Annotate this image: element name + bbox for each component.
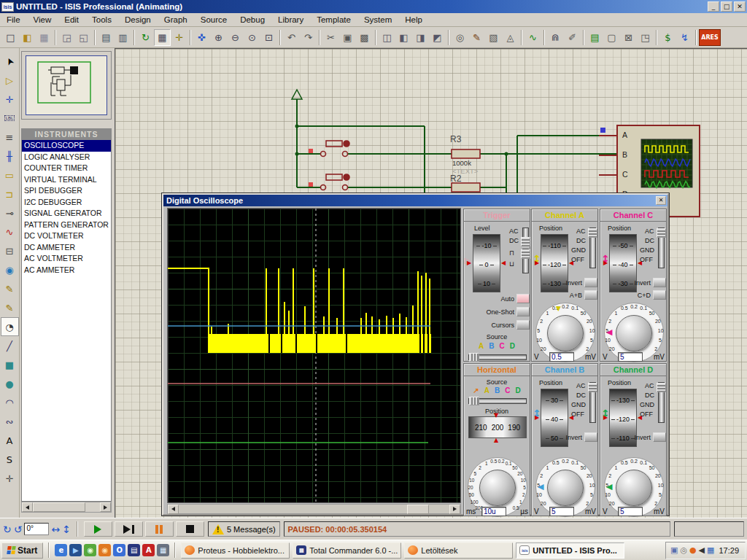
tray-download-icon[interactable]: ● bbox=[689, 545, 697, 555]
trigger-coupling-slider[interactable] bbox=[522, 228, 529, 246]
generator-mode-icon[interactable]: ◉ bbox=[1, 260, 19, 279]
menu-help[interactable]: Help bbox=[398, 14, 429, 26]
packaging-tool-button[interactable]: ▧ bbox=[485, 29, 502, 46]
tray-volume-icon[interactable]: ◀ bbox=[699, 545, 705, 555]
toggle-grid-button[interactable]: ▦ bbox=[154, 29, 171, 46]
cut-button[interactable]: ✂ bbox=[322, 29, 339, 46]
redraw-button[interactable]: ↻ bbox=[137, 29, 154, 46]
path-2d-icon[interactable]: ∾ bbox=[1, 412, 19, 431]
search-components-button[interactable]: ⋒ bbox=[547, 29, 564, 46]
mark-print-region-button[interactable]: ▥ bbox=[115, 29, 131, 46]
remove-sheet-button[interactable]: ⊠ bbox=[620, 29, 637, 46]
c-d-button[interactable] bbox=[653, 290, 666, 300]
quicklaunch-ie-icon[interactable]: e bbox=[55, 544, 67, 556]
line-2d-icon[interactable]: ╱ bbox=[1, 336, 19, 355]
coupling-slider-thumb[interactable] bbox=[657, 228, 666, 238]
goto-sheet-button[interactable]: ◳ bbox=[637, 29, 654, 46]
channel-b-value[interactable]: 5 bbox=[549, 507, 574, 516]
zoom-all-button[interactable]: ⊙ bbox=[244, 29, 260, 46]
tray-messenger-icon[interactable]: ▣ bbox=[670, 545, 678, 555]
virtual-instruments-mode-icon[interactable]: ◔ bbox=[1, 317, 19, 336]
device-pins-mode-icon[interactable]: ⊸ bbox=[1, 203, 19, 222]
component-mode-icon[interactable]: ▷ bbox=[1, 71, 19, 90]
menu-file[interactable]: File bbox=[0, 14, 27, 26]
buses-mode-icon[interactable]: ╫ bbox=[1, 147, 19, 166]
menu-design[interactable]: Design bbox=[118, 14, 158, 26]
text-script-mode-icon[interactable]: ≡ bbox=[1, 128, 19, 147]
make-device-button[interactable]: ✎ bbox=[468, 29, 485, 46]
pause-button[interactable] bbox=[145, 521, 174, 537]
quicklaunch-opera-icon[interactable]: O bbox=[113, 544, 125, 556]
horizontal-timebase-knob[interactable] bbox=[479, 470, 516, 506]
electrical-rule-check-button[interactable]: ↯ bbox=[676, 29, 693, 46]
terminals-mode-icon[interactable]: ⊐ bbox=[1, 184, 19, 203]
source-channel-a[interactable]: A bbox=[484, 386, 489, 394]
paste-button[interactable]: ▩ bbox=[356, 29, 373, 46]
trigger-coupling-thumb[interactable] bbox=[521, 237, 530, 246]
pick-device-button[interactable]: ◎ bbox=[452, 29, 468, 46]
zoom-in-button[interactable]: ⊕ bbox=[210, 29, 227, 46]
block-delete-button[interactable]: ◩ bbox=[429, 29, 446, 46]
property-assignment-button[interactable]: ✐ bbox=[564, 29, 581, 46]
instrument-item-spi-debugger[interactable]: SPI DEBUGGER bbox=[22, 185, 111, 197]
scope-scroll-thumb[interactable] bbox=[407, 505, 429, 514]
menu-view[interactable]: View bbox=[27, 14, 58, 26]
text-2d-icon[interactable]: A bbox=[1, 431, 19, 450]
import-section-button[interactable]: ◲ bbox=[58, 29, 75, 46]
menu-template[interactable]: Template bbox=[310, 14, 357, 26]
menu-graph[interactable]: Graph bbox=[158, 14, 194, 26]
quicklaunch-acdsee-icon[interactable]: A bbox=[142, 544, 155, 556]
instrument-item-counter-timer[interactable]: COUNTER TIMER bbox=[22, 163, 111, 174]
print-button[interactable]: ▤ bbox=[98, 29, 115, 46]
coupling-slider[interactable] bbox=[658, 228, 665, 268]
task-total-commander-6-0[interactable]: ▤Total Commander 6.0 -... bbox=[293, 542, 401, 559]
message-panel[interactable]: ! 5 Message(s) bbox=[208, 521, 280, 537]
step-button[interactable] bbox=[115, 521, 143, 537]
cursors-button[interactable] bbox=[516, 320, 530, 330]
open-design-button[interactable]: ◧ bbox=[19, 29, 36, 46]
coupling-slider[interactable] bbox=[589, 228, 596, 268]
redo-button[interactable]: ↷ bbox=[300, 29, 317, 46]
source-channel-c[interactable]: C bbox=[505, 386, 510, 394]
arc-2d-icon[interactable]: ◠ bbox=[1, 393, 19, 412]
main-titlebar[interactable]: isis UNTITLED - ISIS Professional (Anima… bbox=[0, 0, 747, 13]
zoom-area-button[interactable]: ⊡ bbox=[260, 29, 277, 46]
rotation-angle-field[interactable]: 0° bbox=[24, 523, 49, 535]
source-channel-d[interactable]: D bbox=[515, 386, 520, 394]
menu-library[interactable]: Library bbox=[271, 14, 310, 26]
new-file-button[interactable]: □ bbox=[2, 29, 19, 46]
zoom-out-button[interactable]: ⊖ bbox=[227, 29, 244, 46]
coupling-slider[interactable] bbox=[658, 382, 665, 423]
rotate-anticlockwise-icon[interactable]: ↺ bbox=[14, 524, 23, 535]
instrument-item-dc-voltmeter[interactable]: DC VOLTMETER bbox=[22, 230, 111, 242]
tray-update-icon[interactable]: ◎ bbox=[680, 545, 687, 555]
instrument-item-i2c-debugger[interactable]: I2C DEBUGGER bbox=[22, 197, 111, 209]
instruments-scrollbar[interactable] bbox=[21, 502, 112, 513]
invert-button[interactable] bbox=[653, 278, 666, 287]
stop-button[interactable] bbox=[176, 521, 204, 537]
box-2d-icon[interactable]: ■ bbox=[1, 355, 19, 374]
source-channel-b[interactable]: B bbox=[495, 386, 500, 394]
start-button[interactable]: Start bbox=[1, 542, 43, 559]
overview-panel[interactable] bbox=[21, 51, 112, 120]
trigger-edge-slider[interactable] bbox=[522, 249, 529, 273]
wire-autorouter-button[interactable]: ∿ bbox=[525, 29, 541, 46]
a-b-button[interactable] bbox=[584, 290, 597, 300]
junction-dot-mode-icon[interactable]: ✛ bbox=[1, 90, 19, 109]
copy-button[interactable]: ▣ bbox=[339, 29, 356, 46]
block-move-button[interactable]: ◧ bbox=[395, 29, 412, 46]
subcircuit-mode-icon[interactable]: ▭ bbox=[1, 166, 19, 184]
scope-scroll-left-button[interactable] bbox=[168, 505, 179, 514]
horizontal-source-thumb[interactable] bbox=[469, 397, 479, 405]
minimize-button[interactable]: _ bbox=[708, 1, 719, 12]
quicklaunch-emule-icon[interactable]: ◉ bbox=[84, 544, 96, 556]
scroll-right-button[interactable] bbox=[100, 502, 111, 512]
oscilloscope-titlebar[interactable]: Digital Oscilloscope bbox=[163, 195, 667, 206]
tape-recorder-mode-icon[interactable]: ⊟ bbox=[1, 241, 19, 260]
trigger-source-slider[interactable] bbox=[468, 354, 527, 360]
invert-button[interactable] bbox=[584, 278, 597, 287]
position-gauge[interactable]: -10010 bbox=[473, 234, 500, 292]
channel-b-knob[interactable] bbox=[547, 470, 584, 506]
channel-a-value[interactable]: 0.5 bbox=[549, 352, 574, 362]
instrument-item-ac-ammeter[interactable]: AC AMMETER bbox=[22, 265, 111, 276]
